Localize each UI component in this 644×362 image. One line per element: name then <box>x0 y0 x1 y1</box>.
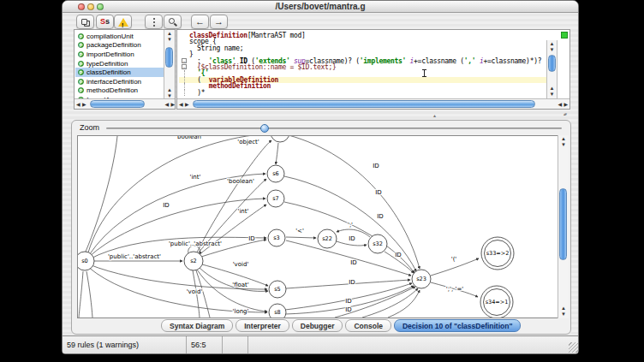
edge-label: 'int' <box>190 174 201 181</box>
state-s2[interactable]: s2 <box>184 252 203 270</box>
forward-button[interactable]: → <box>210 15 228 29</box>
close-window-icon[interactable] <box>78 3 85 10</box>
scrollbar-thumb[interactable] <box>165 47 173 68</box>
state-s32[interactable]: s32 <box>368 234 387 253</box>
rule-item-label: compilationUnit <box>86 33 134 40</box>
state-s3[interactable]: s3 <box>268 229 285 246</box>
edge-label: 'void' <box>187 288 203 295</box>
state-s7[interactable]: s7 <box>267 190 284 207</box>
rule-item-compilationUnit[interactable]: PcompilationUnit <box>75 32 164 41</box>
resize-grip[interactable] <box>569 342 579 353</box>
rule-item-label: classDefinition <box>86 68 131 76</box>
splitter-collapse-icon[interactable]: ▴▾ <box>564 111 566 116</box>
minimize-window-icon[interactable] <box>87 3 94 10</box>
rule-item-importDefinition[interactable]: PimportDefinition <box>75 50 164 59</box>
rule-item-classDefinition[interactable]: PclassDefinition <box>75 68 164 77</box>
scrollbar-thumb[interactable] <box>193 100 535 108</box>
rules-view-button[interactable] <box>76 15 94 29</box>
svg-text:s33=>2: s33=>2 <box>486 250 510 257</box>
edge-label: ID <box>375 189 381 196</box>
rule-list-horizontal-scrollbar[interactable]: ◀▶ ◀▶ <box>75 98 176 109</box>
ideas-button[interactable] <box>145 15 163 29</box>
tab-debugger[interactable]: Debugger <box>292 319 343 332</box>
fold-gutter <box>184 70 185 76</box>
zoom-window-icon[interactable] <box>97 3 104 10</box>
code-segment: )* <box>189 90 205 96</box>
state-s8[interactable]: s8 <box>269 304 286 318</box>
code-line: methodDefinition <box>179 83 547 89</box>
code-line: )* <box>179 90 547 96</box>
rule-item-interfaceDefinition[interactable]: PinterfaceDefinition <box>75 77 164 86</box>
graph-edge <box>362 288 418 317</box>
sort-rules-button[interactable]: Ss <box>96 15 114 29</box>
edge-label: 'float' <box>232 282 249 288</box>
code-line: − {$classDefinition::name = $ID.text;} <box>179 64 547 70</box>
edge-label: ID <box>163 202 169 209</box>
editor-vertical-scrollbar[interactable]: ▲▼ ▲▼ <box>546 40 558 98</box>
graph-edge <box>86 136 117 252</box>
code-area[interactable]: classDefinition[MantraAST mod]scope { St… <box>179 33 547 96</box>
status-bar: 59 rules (1 warnings) 56:5 <box>63 335 579 353</box>
code-segment: ',' <box>464 58 476 64</box>
rule-item-label: importDefinition <box>86 50 134 58</box>
warnings-button[interactable] <box>114 15 132 29</box>
state-s23[interactable]: s23 <box>412 270 431 288</box>
graph-edge <box>88 267 267 312</box>
edge-label: '<' <box>295 228 304 234</box>
rule-list-vertical-scrollbar[interactable]: ▲▼ ▲▼ <box>164 30 175 100</box>
edge-label: 'void' <box>233 261 249 268</box>
svg-text:s8: s8 <box>274 309 281 316</box>
rule-list[interactable]: PcompilationUnitPpackageDefinitionPimpor… <box>75 32 164 104</box>
status-cell-empty <box>223 336 248 353</box>
rules-icon <box>81 19 87 25</box>
scrollbar-thumb[interactable] <box>548 55 556 72</box>
graph-vertical-scrollbar[interactable]: ▲▼ ▲▼ <box>558 135 569 318</box>
state-s6[interactable]: s6 <box>267 165 284 182</box>
dfa-graph[interactable]: 'boolean''object''int''boolean'ID'int'ID… <box>77 135 560 318</box>
state-s33=>2[interactable]: s33=>2 <box>481 237 514 270</box>
splitter-handle-icon[interactable]: ▴ <box>433 112 436 118</box>
graph-edge <box>388 290 420 317</box>
code-segment: {$classDefinition::name = $ID.text;} <box>189 64 337 70</box>
rule-item-typeDefinition[interactable]: PtypeDefinition <box>75 59 164 68</box>
text-cursor-icon <box>424 69 425 77</box>
rule-item-packageDefinition[interactable]: PpackageDefinition <box>75 41 164 50</box>
zoom-slider-knob[interactable] <box>260 124 269 133</box>
tab-console[interactable]: Console <box>345 319 391 332</box>
parser-rule-icon: P <box>78 42 84 48</box>
grammar-editor-pane[interactable]: classDefinition[MantraAST mod]scope { St… <box>176 29 570 110</box>
title-bar[interactable]: /Users/bovet/mantra.g <box>63 1 578 13</box>
state-s5[interactable]: s5 <box>269 281 286 298</box>
find-button[interactable] <box>164 15 182 29</box>
fold-gutter[interactable]: − <box>182 64 187 69</box>
window-title: /Users/bovet/mantra.g <box>63 1 578 13</box>
editor-horizontal-scrollbar[interactable]: ◀▶ ◀▶ <box>177 98 569 109</box>
svg-text:s34=>1: s34=>1 <box>486 299 509 306</box>
svg-text:s5: s5 <box>274 286 281 293</box>
svg-text:s23: s23 <box>416 276 426 282</box>
pane-splitter[interactable]: ▴ ▴▾ <box>63 110 579 120</box>
state-s0[interactable]: s0 <box>78 252 94 270</box>
state-s34=>1[interactable]: s34=>1 <box>480 286 513 318</box>
fold-gutter <box>179 45 189 51</box>
state-partial[interactable] <box>271 136 289 142</box>
state-s22[interactable]: s22 <box>318 229 337 248</box>
graph-edge <box>276 143 278 164</box>
rule-item-methodDefinition[interactable]: PmethodDefinition <box>75 86 164 96</box>
fold-gutter <box>179 39 189 45</box>
graph-edge <box>79 271 83 317</box>
back-button[interactable]: ← <box>191 15 209 29</box>
graph-edge <box>86 271 92 317</box>
scrollbar-thumb[interactable] <box>90 100 145 108</box>
fold-gutter[interactable]: − <box>182 58 187 63</box>
edge-label: ID <box>345 306 351 313</box>
edge-label: ID <box>377 213 383 220</box>
scrollbar-thumb[interactable] <box>559 188 567 260</box>
tab-decision-10-of-classdefinition[interactable]: Decision 10 of "classDefinition" <box>394 319 522 332</box>
tab-interpreter[interactable]: Interpreter <box>236 319 289 332</box>
graph-edge <box>289 136 420 269</box>
tab-syntax-diagram[interactable]: Syntax Diagram <box>161 319 233 332</box>
decision-panel: Zoom 'boolean''object''int''boolean'ID'i… <box>71 120 571 335</box>
edge-label: ';', '=' <box>446 286 463 293</box>
zoom-slider[interactable] <box>106 128 562 129</box>
